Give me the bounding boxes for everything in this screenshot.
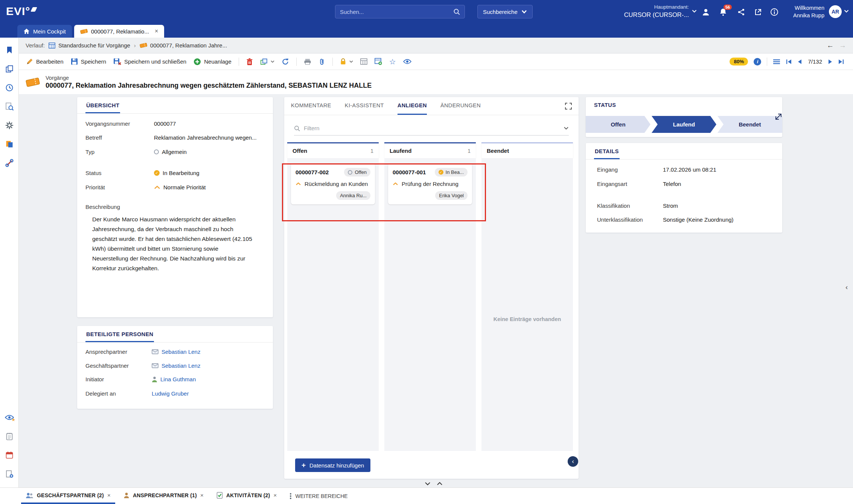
table-view-button[interactable] <box>360 58 367 65</box>
bottom-tab-aktivitaeten[interactable]: AKTIVITÄTEN (2) × <box>212 488 282 504</box>
zoom-badge[interactable]: 80% <box>730 58 748 65</box>
watchlist-eye-star-icon[interactable]: ★ <box>0 410 19 425</box>
tab-close-icon[interactable]: × <box>155 28 158 35</box>
tab-mein-cockpit[interactable]: Mein Cockpit <box>17 25 72 38</box>
person-link[interactable]: Ludwig Gruber <box>152 390 189 397</box>
prev-record-icon[interactable] <box>798 59 802 64</box>
close-icon[interactable]: × <box>107 492 111 498</box>
share-icon[interactable] <box>736 7 746 17</box>
menu-hamburger-icon[interactable] <box>773 59 780 65</box>
help-info-icon[interactable] <box>769 7 779 17</box>
user-menu-chevron-down-icon[interactable] <box>844 9 849 13</box>
kanban-card[interactable]: 0000077-001 ✓ In Bea... Prüfung der Rech… <box>388 163 472 204</box>
more-areas-label: WEITERE BEREICHE <box>295 493 347 499</box>
open-external-icon[interactable] <box>753 7 763 17</box>
last-record-icon[interactable] <box>838 59 844 64</box>
gear-icon[interactable] <box>0 117 19 133</box>
add-record-button-label: Datensatz hinzufügen <box>309 462 364 469</box>
add-to-list-button[interactable] <box>375 58 382 65</box>
document-search-icon[interactable] <box>0 99 19 114</box>
first-record-icon[interactable] <box>786 59 792 64</box>
bottom-tab-label: ANSPRECHPARTNER (1) <box>133 492 197 498</box>
status-step-offen[interactable]: Offen <box>586 116 650 133</box>
notepad-icon[interactable] <box>0 428 19 444</box>
document-add-icon[interactable] <box>0 466 19 482</box>
favorite-star-icon[interactable]: ☆ <box>389 57 396 66</box>
calendar-icon[interactable] <box>0 447 19 463</box>
status-step-laufend[interactable]: Laufend <box>652 116 716 133</box>
save-button[interactable]: Speichern <box>71 58 107 65</box>
person-link[interactable]: Sebastian Lenz <box>152 362 200 369</box>
tab-kommentare[interactable]: KOMMENTARE <box>291 97 331 115</box>
save-close-button[interactable]: Speichern und schließen <box>113 58 186 65</box>
chevron-down-icon[interactable] <box>564 126 569 130</box>
refresh-button[interactable] <box>282 58 289 65</box>
person-row-initiator: Initiator Lina Guthman <box>85 376 266 382</box>
tenant-chevron-down-icon[interactable] <box>692 9 697 13</box>
documents-icon[interactable] <box>0 136 19 152</box>
ticket-icon <box>26 76 40 88</box>
breadcrumb-item-record[interactable]: 0000077, Reklamation Jahre... <box>140 42 227 49</box>
search-input[interactable] <box>340 9 450 15</box>
copy-record-button[interactable] <box>260 58 274 65</box>
delete-button[interactable] <box>246 58 253 65</box>
bottom-tab-geschaeftspartner[interactable]: GESCHÄFTSPARTNER (2) × <box>21 488 115 504</box>
history-back-icon[interactable]: ← <box>827 41 834 50</box>
overview-title: ÜBERSICHT <box>85 97 120 113</box>
tools-wrench-icon[interactable] <box>0 155 19 171</box>
edit-button[interactable]: Bearbeiten <box>26 58 64 65</box>
close-icon[interactable]: × <box>273 492 277 498</box>
kanban-column-header: Beendet <box>481 142 573 158</box>
collapse-panel-button[interactable]: ‹ <box>568 456 578 467</box>
diagonal-resize-icon[interactable] <box>775 113 782 122</box>
permissions-button[interactable] <box>340 58 353 65</box>
search-scopes-button[interactable]: Suchbereiche <box>477 5 533 18</box>
more-areas-button[interactable]: WEITERE BEREICHE <box>285 488 352 504</box>
history-clock-icon[interactable] <box>0 80 19 96</box>
field-value: Reklamation Jahresabrechnung wegen... <box>154 134 257 141</box>
kanban-card[interactable]: 0000077-002 Offen Rückmeldung an Kunden <box>291 163 375 204</box>
person-link[interactable]: Lina Guthman <box>152 376 196 382</box>
tab-ki-assistent[interactable]: KI-ASSISTENT <box>345 97 384 115</box>
bottom-tab-ansprechpartner[interactable]: ANSPRECHPARTNER (1) × <box>119 488 208 504</box>
search-icon[interactable] <box>453 8 460 15</box>
user-roles-icon[interactable] <box>701 7 711 17</box>
tab-record[interactable]: 0000077, Reklamatio... × <box>74 25 165 38</box>
workspace-tabbar: Mein Cockpit 0000077, Reklamatio... × <box>0 23 853 38</box>
add-record-button[interactable]: + Datensatz hinzufügen <box>295 458 370 472</box>
status-step-label: Beendet <box>739 121 761 128</box>
attachment-button[interactable] <box>318 58 325 65</box>
duplicate-icon[interactable] <box>0 61 19 77</box>
chevron-down-icon <box>271 60 274 63</box>
status-step-beendet[interactable]: Beendet <box>717 116 782 133</box>
kanban-column-offen: Offen 1 0000077-002 Offen <box>287 142 379 451</box>
filter-input[interactable] <box>304 125 560 131</box>
avatar[interactable]: AR <box>829 5 842 18</box>
kanban-filter <box>294 121 569 136</box>
tab-aenderungen[interactable]: ÄNDERUNGEN <box>440 97 481 115</box>
print-button[interactable] <box>304 58 311 65</box>
person-icon <box>152 376 157 382</box>
status-open-icon <box>348 170 352 175</box>
collapse-right-panel-icon[interactable]: ‹ <box>845 283 848 291</box>
toolbar-separator <box>767 58 767 66</box>
field-beschreibung-label: Beschreibung <box>85 204 266 210</box>
person-link[interactable]: Sebastian Lenz <box>152 349 200 355</box>
close-icon[interactable]: × <box>200 492 204 498</box>
details-title: DETAILS <box>594 143 620 159</box>
field-label: Eingangsart <box>597 181 663 187</box>
breadcrumb-item-search[interactable]: Standardsuche für Vorgänge <box>49 42 130 49</box>
watch-eye-icon[interactable] <box>403 59 411 64</box>
next-record-icon[interactable] <box>828 59 832 64</box>
bookmark-icon[interactable] <box>0 42 19 58</box>
welcome-line1: Willkommen <box>782 4 824 12</box>
create-new-button[interactable]: Neuanlage <box>193 58 232 65</box>
maximize-icon[interactable] <box>565 103 572 110</box>
tenant-selector[interactable]: Hauptmandant: CURSOR (CURSOR-... <box>599 3 689 18</box>
notifications-bell-icon[interactable]: 56 <box>718 7 728 17</box>
collapse-down-icon[interactable] <box>425 482 431 486</box>
field-label: Eingang <box>597 166 663 173</box>
tab-anliegen[interactable]: ANLIEGEN <box>398 97 427 115</box>
expand-up-icon[interactable] <box>437 482 443 486</box>
info-icon[interactable]: i <box>754 58 761 65</box>
